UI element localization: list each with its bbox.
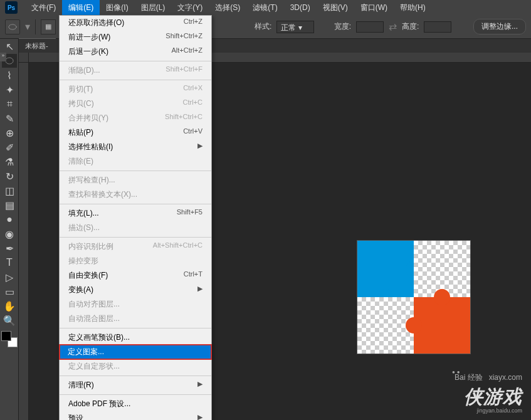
menu-item-还原取消选择O[interactable]: 还原取消选择(O)Ctrl+Z [60, 16, 211, 30]
type-tool-icon[interactable]: T [2, 256, 17, 270]
menu-item-选择性粘贴I[interactable]: 选择性粘贴(I)▶ [60, 140, 211, 154]
tools-panel: ↖ ⌇ ✦ ⌗ ✎ ⊕ ✐ ⚗ ↻ ◫ ▤ ● ◉ ✒ T ▷ ▭ ✋ 🔍 [0, 39, 19, 420]
menu-item-拷贝C: 拷贝(C)Ctrl+C [60, 97, 211, 111]
menu-item-粘贴P[interactable]: 粘贴(P)Ctrl+V [60, 125, 211, 140]
menu-edit[interactable]: 编辑(E) [62, 0, 100, 16]
brush-tool-icon[interactable]: ✐ [2, 140, 17, 154]
menu-separator [60, 237, 211, 238]
crop-tool-icon[interactable]: ⌗ [2, 97, 17, 111]
ruler-corner [19, 53, 29, 63]
puzzle-piece-blue [357, 241, 414, 297]
menu-window[interactable]: 窗口(W) [354, 0, 394, 16]
menu-type[interactable]: 文字(Y) [171, 0, 209, 16]
refine-edge-button[interactable]: 调整边缘... [473, 19, 526, 34]
hand-tool-icon[interactable]: ✋ [2, 299, 17, 313]
history-brush-icon[interactable]: ↻ [2, 169, 17, 183]
menubar: Ps 文件(F) 编辑(E) 图像(I) 图层(L) 文字(Y) 选择(S) 滤… [0, 0, 531, 15]
menu-image[interactable]: 图像(I) [100, 0, 134, 16]
height-label: 高度: [402, 21, 419, 32]
app-logo: Ps [5, 1, 18, 14]
pen-tool-icon[interactable]: ✒ [2, 241, 17, 255]
menu-help[interactable]: 帮助(H) [394, 0, 432, 16]
menu-item-拼写检查H: 拼写检查(H)... [60, 173, 211, 187]
menu-separator [60, 61, 211, 61]
menu-item-剪切T: 剪切(T)Ctrl+X [60, 82, 211, 97]
menu-separator [60, 375, 211, 376]
menu-item-渐隐D: 渐隐(D)...Shift+Ctrl+F [60, 63, 211, 78]
menu-item-自动对齐图层: 自动对齐图层... [60, 297, 211, 312]
document-tab-bar: 未标题- [19, 39, 56, 53]
width-input[interactable] [356, 21, 384, 33]
panel-flyout-icon[interactable]: » [0, 53, 6, 61]
edit-menu-dropdown: 还原取消选择(O)Ctrl+Z前进一步(W)Shift+Ctrl+Z后退一步(K… [59, 15, 212, 420]
menu-item-定义图案[interactable]: 定义图案... [59, 344, 212, 360]
stamp-tool-icon[interactable]: ⚗ [2, 155, 17, 169]
wand-tool-icon[interactable]: ✦ [2, 83, 17, 97]
menu-layer[interactable]: 图层(L) [135, 0, 172, 16]
menu-item-合并拷贝Y: 合并拷贝(Y)Shift+Ctrl+C [60, 111, 211, 125]
menu-item-清理R[interactable]: 清理(R)▶ [60, 378, 211, 392]
width-label: 宽度: [334, 21, 351, 32]
svg-point-1 [6, 58, 13, 64]
menu-item-自由变换F[interactable]: 自由变换(F)Ctrl+T [60, 268, 211, 283]
move-tool-icon[interactable]: ↖ [2, 39, 17, 53]
menu-view[interactable]: 视图(V) [317, 0, 354, 16]
foreground-swatch[interactable] [1, 331, 11, 341]
menu-item-查找和替换文本X: 查找和替换文本(X)... [60, 187, 211, 202]
ruler-vertical[interactable] [19, 63, 29, 420]
menu-item-Adobe-PDF-预设[interactable]: Adobe PDF 预设... [60, 397, 211, 411]
menu-file[interactable]: 文件(F) [25, 0, 62, 16]
menu-separator [60, 394, 211, 395]
menu-filter[interactable]: 滤镜(T) [246, 0, 283, 16]
document-tab[interactable]: 未标题- [19, 38, 56, 53]
style-label: 样式: [255, 21, 271, 32]
puzzle-piece-orange [414, 297, 470, 354]
menu-item-填充L[interactable]: 填充(L)...Shift+F5 [60, 206, 211, 221]
menu-item-变换A[interactable]: 变换(A)▶ [60, 283, 211, 297]
canvas-document[interactable] [357, 241, 470, 354]
menu-item-预设[interactable]: 预设▶ [60, 411, 211, 420]
height-input[interactable] [424, 21, 451, 33]
menu-item-前进一步W[interactable]: 前进一步(W)Shift+Ctrl+Z [60, 30, 211, 45]
svg-point-0 [9, 24, 16, 29]
menu-item-定义画笔预设B[interactable]: 定义画笔预设(B)... [60, 330, 211, 345]
menu-item-清除E: 清除(E) [60, 154, 211, 169]
menu-item-操控变形: 操控变形 [60, 254, 211, 268]
eraser-tool-icon[interactable]: ◫ [2, 184, 17, 197]
eyedropper-tool-icon[interactable]: ✎ [2, 112, 17, 125]
selection-new-icon[interactable]: ▦ [41, 19, 56, 34]
menu-item-定义自定形状: 定义自定形状... [60, 359, 211, 374]
dodge-tool-icon[interactable]: ◉ [2, 227, 17, 241]
menu-item-描边S: 描边(S)... [60, 221, 211, 235]
marquee-preset-icon[interactable] [5, 19, 20, 34]
gradient-tool-icon[interactable]: ▤ [2, 198, 17, 212]
menu-item-内容识别比例: 内容识别比例Alt+Shift+Ctrl+C [60, 239, 211, 254]
style-select[interactable]: 正常 ▾ [276, 21, 313, 33]
menu-3d[interactable]: 3D(D) [284, 1, 317, 14]
blur-tool-icon[interactable]: ● [2, 213, 17, 226]
color-swatches[interactable] [1, 331, 18, 347]
menu-item-自动混合图层: 自动混合图层... [60, 312, 211, 326]
zoom-tool-icon[interactable]: 🔍 [2, 313, 17, 327]
lasso-tool-icon[interactable]: ⌇ [2, 68, 17, 82]
menu-separator [60, 328, 211, 328]
menu-separator [60, 171, 211, 171]
menu-separator [60, 80, 211, 80]
watermark: Bai 经验 xiayx.com 侠游戏 jingyan.baidu.com [439, 372, 522, 414]
shape-tool-icon[interactable]: ▭ [2, 285, 17, 298]
menu-select[interactable]: 选择(S) [209, 0, 246, 16]
heal-tool-icon[interactable]: ⊕ [2, 126, 17, 140]
menu-separator [60, 204, 211, 204]
menu-item-后退一步K[interactable]: 后退一步(K)Alt+Ctrl+Z [60, 45, 211, 59]
path-select-icon[interactable]: ▷ [2, 270, 17, 284]
